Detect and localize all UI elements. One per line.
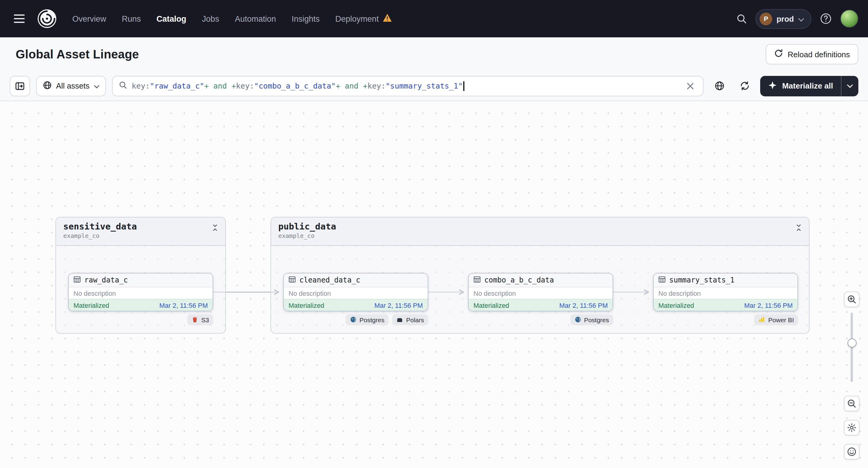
reload-icon [774, 49, 783, 60]
sparkle-icon [768, 81, 777, 91]
asset-description: No description [69, 287, 213, 299]
user-avatar[interactable] [840, 10, 858, 28]
lineage-canvas[interactable]: sensitive_data example_co public_data ex… [0, 101, 868, 468]
asset-node-raw-data-c[interactable]: raw_data_c No description Materialized M… [68, 273, 213, 311]
tag-row: Postgres Polars [283, 314, 428, 325]
top-nav: Overview Runs Catalog Jobs Automation In… [0, 0, 868, 37]
status-badge: Materialized [658, 302, 694, 309]
materialize-options-caret[interactable] [841, 75, 858, 96]
materialization-timestamp[interactable]: Mar 2, 11:56 PM [374, 302, 423, 309]
page-title: Global Asset Lineage [16, 47, 139, 61]
nav-item-insights[interactable]: Insights [291, 14, 319, 23]
asset-selection-input[interactable]: key:"raw_data_c"+ and +key:"combo_a_b_c_… [112, 75, 704, 96]
help-icon[interactable] [820, 13, 832, 25]
dagster-logo-icon[interactable] [36, 8, 58, 30]
deployment-name: prod [776, 14, 794, 23]
kind-tag-label: S3 [201, 316, 209, 323]
nav-item-jobs[interactable]: Jobs [202, 14, 219, 23]
materialization-timestamp[interactable]: Mar 2, 11:56 PM [744, 302, 793, 309]
kind-tag-label: Polars [406, 316, 424, 323]
group-header[interactable]: public_data example_co [271, 217, 809, 246]
group-header[interactable]: sensitive_data example_co [56, 217, 225, 246]
zoom-in-button[interactable] [844, 291, 860, 307]
canvas-controls [844, 291, 860, 460]
status-badge: Materialized [288, 302, 324, 309]
asset-description: No description [654, 287, 798, 299]
nav-item-deployment-label: Deployment [335, 14, 379, 23]
s3-icon [191, 316, 198, 324]
group-name: public_data [278, 222, 336, 231]
graph-view-globe-button[interactable] [710, 75, 729, 96]
materialize-all-button-group: Materialize all [761, 75, 858, 96]
deployment-avatar: P [760, 12, 772, 25]
kind-tag-postgres[interactable]: Postgres [570, 314, 613, 325]
asset-name: cleaned_data_c [299, 276, 360, 284]
asset-description: No description [284, 287, 428, 299]
chevron-down-icon [798, 14, 804, 23]
asset-status-row: Materialized Mar 2, 11:56 PM [69, 299, 213, 311]
group-location: example_co [278, 232, 336, 239]
table-icon [73, 276, 81, 285]
asset-status-row: Materialized Mar 2, 11:56 PM [284, 299, 428, 311]
materialize-all-button[interactable]: Materialize all [761, 75, 841, 96]
kind-tag-postgres[interactable]: Postgres [346, 314, 389, 325]
materialization-timestamp[interactable]: Mar 2, 11:56 PM [159, 302, 208, 309]
asset-name: raw_data_c [84, 276, 128, 284]
feedback-smiley-button[interactable] [844, 444, 860, 460]
kind-tag-s3[interactable]: S3 [187, 314, 213, 325]
text-cursor [463, 81, 464, 91]
nav-item-automation[interactable]: Automation [235, 14, 276, 23]
warning-icon [382, 13, 392, 24]
tag-row: Power BI [653, 314, 798, 325]
asset-name: summary_stats_1 [669, 276, 735, 284]
nav-item-runs[interactable]: Runs [122, 14, 141, 23]
open-panel-button[interactable] [10, 75, 30, 96]
asset-description: No description [469, 287, 613, 299]
kind-tag-polars[interactable]: Polars [392, 314, 428, 325]
asset-selection-query[interactable]: key:"raw_data_c"+ and +key:"combo_a_b_c_… [132, 81, 679, 91]
chevron-down-icon [94, 81, 99, 90]
asset-node-summary-stats-1[interactable]: summary_stats_1 No description Materiali… [653, 273, 798, 311]
collapse-group-icon[interactable] [210, 223, 220, 234]
table-icon [473, 276, 481, 285]
tag-row: Postgres [468, 314, 613, 325]
nav-item-overview[interactable]: Overview [72, 14, 106, 23]
nav-item-catalog[interactable]: Catalog [157, 14, 186, 23]
page-header: Global Asset Lineage Reload definitions [0, 37, 868, 71]
nav-item-deployment[interactable]: Deployment [335, 13, 392, 24]
kind-tag-power-bi[interactable]: Power BI [754, 314, 798, 325]
menu-button[interactable] [10, 9, 29, 28]
kind-tag-label: Power BI [768, 316, 794, 323]
nav-right-controls: P prod [736, 9, 858, 29]
clear-search-button[interactable] [684, 79, 697, 92]
group-location: example_co [63, 232, 137, 239]
asset-node-cleaned-data-c[interactable]: cleaned_data_c No description Materializ… [283, 273, 428, 311]
asset-filter-button[interactable]: All assets [36, 75, 106, 96]
kind-tag-label: Postgres [360, 316, 384, 323]
refresh-button[interactable] [735, 75, 754, 96]
search-icon [118, 81, 127, 91]
materialize-all-label: Materialize all [782, 81, 833, 90]
asset-status-row: Materialized Mar 2, 11:56 PM [654, 299, 798, 311]
asset-node-combo-a-b-c-data[interactable]: combo_a_b_c_data No description Material… [468, 273, 613, 311]
kind-tag-label: Postgres [584, 316, 609, 323]
reload-definitions-button[interactable]: Reload definitions [765, 44, 858, 64]
materialization-timestamp[interactable]: Mar 2, 11:56 PM [559, 302, 608, 309]
postgres-icon [575, 316, 581, 324]
zoom-slider-handle[interactable] [847, 339, 856, 347]
deployment-switcher[interactable]: P prod [755, 9, 811, 29]
globe-icon [43, 81, 52, 91]
search-icon[interactable] [736, 13, 747, 24]
graph-settings-button[interactable] [844, 420, 860, 435]
table-icon [288, 276, 296, 285]
tag-row: S3 [68, 314, 213, 325]
polars-icon [396, 316, 403, 324]
asset-status-row: Materialized Mar 2, 11:56 PM [469, 299, 613, 311]
asset-name: combo_a_b_c_data [484, 276, 554, 284]
zoom-out-button[interactable] [844, 396, 860, 411]
group-name: sensitive_data [63, 222, 137, 231]
status-badge: Materialized [473, 302, 509, 309]
zoom-slider[interactable] [844, 313, 860, 382]
collapse-group-icon[interactable] [794, 223, 804, 234]
dagster-app: Overview Runs Catalog Jobs Automation In… [0, 0, 868, 468]
